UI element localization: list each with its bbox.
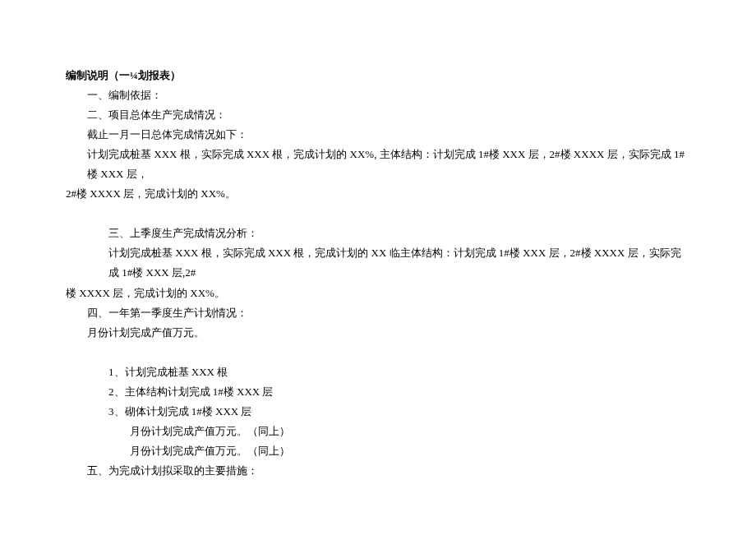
section-2-line-1: 截止一月一日总体完成情况如下： — [66, 125, 690, 145]
section-3-line-1: 计划完成桩基 XXX 根，实际完成 XXX 根，完成计划的 XX 临主体结构：计… — [66, 243, 690, 283]
section-4-item-3-sub-1: 月份计划完成产值万元。（同上） — [66, 422, 690, 441]
section-3-line-2: 楼 XXXX 层，完成计划的 XX%。 — [66, 284, 690, 303]
section-2-heading: 二、项目总体生产完成情况： — [66, 105, 690, 125]
section-4-item-3-sub-2: 月份计划完成产值万元。（同上） — [66, 441, 690, 461]
section-2-line-2: 计划完成桩基 XXX 根，实际完成 XXX 根，完成计划的 XX%, 主体结构：… — [66, 145, 690, 184]
spacer — [66, 204, 690, 224]
section-2-line-3: 2#楼 XXXX 层，完成计划的 XX%。 — [66, 184, 690, 204]
section-4-heading: 四、一年第一季度生产计划情况： — [66, 303, 690, 323]
section-4-item-1: 1、计划完成桩基 XXX 根 — [66, 362, 690, 382]
section-1-heading: 一、编制依据： — [66, 85, 690, 105]
document-title: 编制说明（一¼划报表） — [66, 66, 690, 85]
section-4-line-1: 月份计划完成产值万元。 — [66, 323, 690, 343]
section-4-item-3: 3、砌体计划完成 1#楼 XXX 层 — [66, 402, 690, 422]
spacer — [66, 343, 690, 362]
section-3-heading: 三、上季度生产完成情况分析： — [66, 224, 690, 243]
section-5-heading: 五、为完成计划拟采取的主要措施： — [66, 461, 690, 481]
section-4-item-2: 2、主体结构计划完成 1#楼 XXX 层 — [66, 382, 690, 402]
